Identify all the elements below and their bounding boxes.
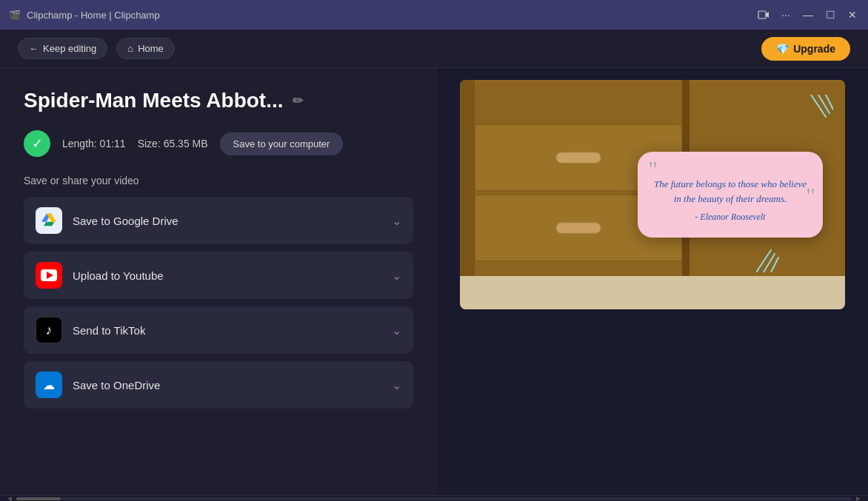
youtube-play-icon — [47, 272, 53, 279]
title-bar: 🎬 Clipchamp - Home | Clipchamp ··· — ☐ ✕ — [0, 0, 868, 30]
scroll-right-arrow[interactable]: ► — [852, 494, 865, 501]
onedrive-icon-wrap: ☁ — [36, 371, 62, 398]
project-title-row: Spider-Man Meets Abbot... ✏ — [24, 89, 413, 112]
minimize-btn[interactable]: — — [801, 8, 815, 21]
home-label: Home — [138, 43, 164, 54]
save-computer-label: Save to your computer — [233, 138, 330, 149]
share-item-onedrive[interactable]: ☁ Save to OneDrive ⌄ — [24, 361, 413, 408]
left-panel: Spider-Man Meets Abbot... ✏ ✓ Length: 01… — [0, 68, 437, 495]
quote-author: - Eleanor Roosevelt — [651, 212, 809, 223]
scroll-left-arrow[interactable]: ◄ — [3, 494, 16, 501]
status-check-icon: ✓ — [24, 130, 50, 157]
video-icon-btn[interactable] — [757, 8, 770, 21]
video-preview: " The future belongs to those who believ… — [460, 80, 845, 309]
video-size: Size: 65.35 MB — [138, 138, 208, 149]
save-to-computer-button[interactable]: Save to your computer — [220, 132, 344, 155]
share-item-left-tiktok: ♪ Send to TikTok — [36, 317, 145, 343]
upgrade-button[interactable]: 💎 Upgrade — [761, 37, 850, 61]
quote-card: " The future belongs to those who believ… — [638, 152, 823, 238]
svg-rect-2 — [460, 80, 845, 81]
svg-rect-7 — [460, 80, 475, 309]
share-item-youtube[interactable]: Upload to Youtube ⌄ — [24, 252, 413, 299]
share-item-google-drive[interactable]: Save to Google Drive ⌄ — [24, 197, 413, 244]
title-bar-title: Clipchamp - Home | Clipchamp — [27, 10, 160, 21]
share-options-list: Save to Google Drive ⌄ Upload to Youtube — [24, 197, 413, 474]
svg-rect-5 — [556, 152, 601, 163]
share-section-label: Save or share your video — [24, 175, 413, 186]
main-content: Spider-Man Meets Abbot... ✏ ✓ Length: 01… — [0, 68, 868, 495]
window-controls[interactable]: ··· — ☐ ✕ — [757, 8, 859, 21]
more-options-btn[interactable]: ··· — [779, 8, 792, 21]
google-drive-label: Save to Google Drive — [73, 215, 178, 227]
decorative-lines-bottom — [756, 235, 786, 272]
video-length: Length: 01:11 — [62, 138, 126, 149]
chevron-down-icon: ⌄ — [392, 214, 401, 228]
youtube-icon-wrap — [36, 262, 62, 289]
navbar: ← Keep editing ⌂ Home 💎 Upgrade — [0, 30, 868, 68]
svg-line-15 — [771, 258, 778, 272]
quote-mark-open: " — [648, 158, 658, 181]
tiktok-logo-icon: ♪ — [46, 323, 53, 338]
project-title: Spider-Man Meets Abbot... — [24, 89, 284, 112]
svg-line-12 — [826, 95, 833, 110]
google-drive-icon — [41, 212, 57, 229]
tiktok-icon-wrap: ♪ — [36, 317, 62, 343]
svg-rect-9 — [460, 276, 845, 309]
keep-editing-button[interactable]: ← Keep editing — [18, 38, 107, 59]
diamond-icon: 💎 — [776, 43, 789, 55]
edit-title-icon[interactable]: ✏ — [293, 93, 304, 109]
scrollbar-track[interactable] — [16, 497, 852, 500]
share-item-left-youtube: Upload to Youtube — [36, 262, 164, 289]
scrollbar-thumb[interactable] — [16, 497, 61, 500]
meta-row: ✓ Length: 01:11 Size: 65.35 MB Save to y… — [24, 130, 413, 157]
google-drive-icon-wrap — [36, 207, 62, 234]
onedrive-logo-icon: ☁ — [43, 378, 55, 392]
upgrade-label: Upgrade — [793, 43, 835, 55]
tiktok-label: Send to TikTok — [73, 324, 145, 337]
share-item-left-onedrive: ☁ Save to OneDrive — [36, 371, 160, 398]
right-panel: " The future belongs to those who believ… — [437, 68, 868, 495]
youtube-chevron-icon: ⌄ — [392, 269, 401, 283]
share-item-left: Save to Google Drive — [36, 207, 178, 234]
app-icon: 🎬 — [9, 10, 21, 21]
video-background: " The future belongs to those who believ… — [460, 80, 845, 309]
quote-mark-close: " — [806, 184, 815, 208]
quote-text: The future belongs to those who believe … — [651, 177, 809, 206]
back-arrow-icon: ← — [29, 43, 39, 54]
onedrive-chevron-icon: ⌄ — [392, 378, 401, 392]
maximize-btn[interactable]: ☐ — [824, 8, 837, 21]
decorative-lines-top — [804, 95, 833, 139]
youtube-label: Upload to Youtube — [73, 269, 164, 282]
keep-editing-label: Keep editing — [43, 43, 96, 54]
app-container: ← Keep editing ⌂ Home 💎 Upgrade Spider-M… — [0, 30, 868, 501]
youtube-logo-icon — [41, 269, 57, 281]
tiktok-chevron-icon: ⌄ — [392, 323, 401, 337]
svg-line-13 — [756, 250, 771, 272]
share-item-tiktok[interactable]: ♪ Send to TikTok ⌄ — [24, 306, 413, 354]
svg-line-10 — [811, 95, 826, 117]
onedrive-label: Save to OneDrive — [73, 379, 160, 391]
svg-rect-0 — [758, 11, 766, 19]
title-bar-icon-group: 🎬 Clipchamp - Home | Clipchamp — [9, 10, 160, 21]
home-button[interactable]: ⌂ Home — [116, 38, 175, 59]
bottom-scrollbar[interactable]: ◄ ► — [0, 495, 868, 501]
svg-rect-6 — [556, 223, 601, 233]
home-icon: ⌂ — [127, 43, 133, 54]
nav-left: ← Keep editing ⌂ Home — [18, 38, 175, 59]
close-btn[interactable]: ✕ — [846, 8, 859, 21]
